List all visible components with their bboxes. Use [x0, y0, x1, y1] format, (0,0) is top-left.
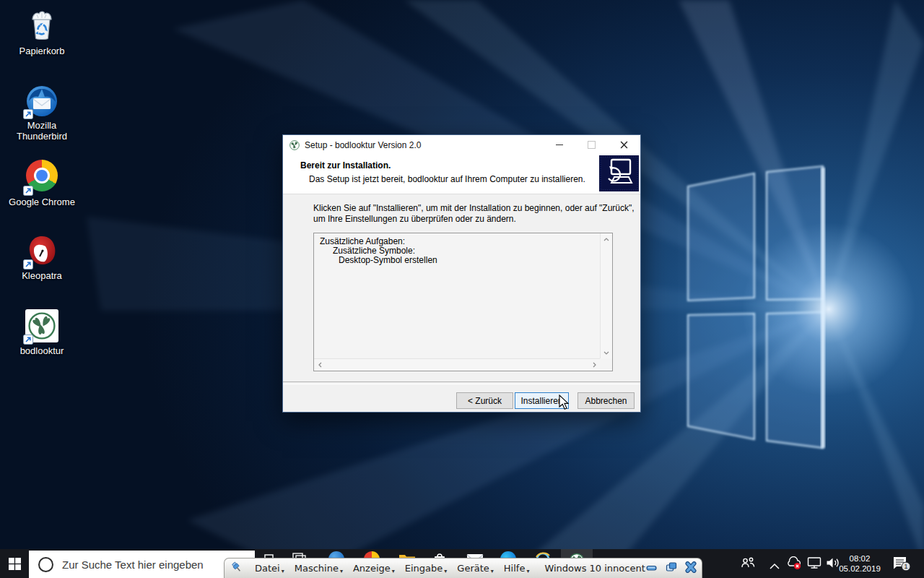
menu-geraete[interactable]: Geräte▾: [452, 563, 499, 574]
virtualbox-menu-bar: Datei▾ Maschine▾ Anzeige▾ Eingabe▾ Gerät…: [224, 558, 702, 578]
action-center-icon[interactable]: 1: [892, 556, 911, 575]
menu-anzeige[interactable]: Anzeige▾: [348, 563, 400, 574]
menu-label: Eingabe: [405, 563, 443, 574]
menu-caret-icon: ▾: [392, 568, 395, 574]
instructions-line-2: um Ihre Einstellungen zu überprüfen oder…: [313, 214, 635, 225]
vertical-scrollbar[interactable]: [600, 233, 612, 358]
close-button[interactable]: [608, 135, 640, 155]
desktop-icon-papierkorb[interactable]: Papierkorb: [4, 9, 79, 56]
vbox-close-button[interactable]: [684, 561, 697, 575]
menu-label: Geräte: [457, 563, 489, 574]
network-icon[interactable]: [807, 556, 821, 572]
desktop-icon-kleopatra[interactable]: Kleopatra: [4, 233, 79, 281]
menu-caret-icon: ▾: [491, 568, 494, 574]
scroll-down-arrow-icon[interactable]: [601, 347, 612, 358]
vbox-minimize-button[interactable]: [645, 561, 658, 575]
scroll-right-arrow-icon[interactable]: [588, 359, 600, 371]
taskbar-search[interactable]: [29, 551, 255, 578]
bodlooktur-mini-icon: [289, 139, 300, 151]
kleopatra-icon: [25, 233, 59, 268]
menu-hilfe[interactable]: Hilfe▾: [499, 563, 535, 574]
menu-caret-icon: ▾: [282, 568, 284, 574]
wizard-header-subtitle: Das Setup ist jetzt bereit, bodlooktur a…: [309, 174, 585, 184]
minimize-icon: [556, 144, 563, 145]
cloud-offline-icon[interactable]: [785, 556, 803, 573]
desktop-icon-google-chrome[interactable]: Google Chrome: [4, 158, 79, 207]
dialog-titlebar[interactable]: Setup - bodlooktur Version 2.0: [283, 135, 640, 155]
thunderbird-icon: [25, 83, 59, 118]
menu-caret-icon: ▾: [526, 568, 529, 574]
menu-eingabe[interactable]: Eingabe▾: [400, 563, 453, 574]
windows-logo-icon: [9, 558, 21, 570]
shortcut-arrow-icon: [23, 109, 33, 119]
maximize-icon: [588, 141, 596, 149]
setup-wizard-dialog: Setup - bodlooktur Version 2.0 Bereit zu…: [282, 134, 641, 413]
cancel-button[interactable]: Abbrechen: [578, 392, 635, 409]
clock-date: 05.02.2019: [837, 564, 882, 574]
menu-caret-icon: ▾: [444, 568, 447, 574]
desktop-icon-label: Papierkorb: [4, 46, 79, 56]
vbox-restore-button[interactable]: [665, 561, 678, 575]
scroll-up-arrow-icon[interactable]: [601, 233, 612, 245]
close-icon: [620, 141, 628, 149]
menu-label: Maschine: [295, 563, 339, 574]
menu-label: Datei: [255, 563, 280, 574]
desktop-icon-thunderbird[interactable]: Mozilla Thunderbird: [4, 83, 79, 142]
desktop-icon-label: Google Chrome: [4, 197, 79, 207]
minimize-button[interactable]: [543, 135, 575, 155]
ready-memo-listbox[interactable]: Zusätzliche Aufgaben: Zusätzliche Symbol…: [313, 233, 613, 371]
wizard-button-bar: < Zurück Installieren Abbrechen: [283, 384, 640, 414]
pushpin-icon[interactable]: [231, 561, 243, 575]
chevron-up-icon[interactable]: [770, 559, 780, 572]
chrome-icon: [25, 160, 59, 194]
desktop-icon-bodlooktur[interactable]: bodlooktur: [4, 309, 79, 356]
menu-maschine[interactable]: Maschine▾: [289, 563, 348, 574]
back-button[interactable]: < Zurück: [456, 392, 513, 409]
instructions-line-1: Klicken Sie auf "Installieren", um mit d…: [313, 203, 635, 214]
shortcut-arrow-icon: [23, 186, 33, 196]
wizard-header: Bereit zur Installation. Das Setup ist j…: [283, 155, 640, 194]
memo-line: Desktop-Symbol erstellen: [320, 256, 606, 265]
menu-datei[interactable]: Datei▾: [250, 563, 289, 574]
installer-image: [599, 155, 639, 191]
vm-name-label: Windows 10 innocent: [544, 563, 645, 574]
wizard-header-title: Bereit zur Installation.: [300, 160, 391, 171]
menu-caret-icon: ▾: [340, 568, 343, 574]
dialog-title: Setup - bodlooktur Version 2.0: [305, 140, 421, 150]
svg-text:1: 1: [904, 563, 907, 570]
clock-time: 08:02: [837, 553, 882, 564]
shortcut-arrow-icon: [23, 259, 33, 269]
menu-label: Hilfe: [504, 563, 526, 574]
desktop-icon-label: Kleopatra: [4, 270, 79, 281]
search-icon: [38, 557, 53, 572]
desktop-icon-label: Mozilla Thunderbird: [4, 120, 79, 142]
desktop-icon-label: bodlooktur: [4, 345, 79, 356]
wizard-instructions: Klicken Sie auf "Installieren", um mit d…: [313, 203, 635, 225]
recycle-bin-icon: [25, 9, 59, 43]
scroll-left-arrow-icon[interactable]: [314, 359, 326, 371]
people-icon[interactable]: [741, 556, 756, 572]
install-button[interactable]: Installieren: [515, 392, 569, 409]
bodlooktur-icon: [25, 309, 59, 343]
shortcut-arrow-icon: [23, 335, 33, 345]
start-button[interactable]: [0, 549, 29, 578]
taskbar-clock[interactable]: 08:02 05.02.2019: [837, 553, 882, 574]
horizontal-scrollbar[interactable]: [314, 358, 600, 371]
maximize-button-disabled: [575, 135, 608, 155]
wizard-page: Klicken Sie auf "Installieren", um mit d…: [283, 194, 640, 381]
menu-label: Anzeige: [353, 563, 391, 574]
